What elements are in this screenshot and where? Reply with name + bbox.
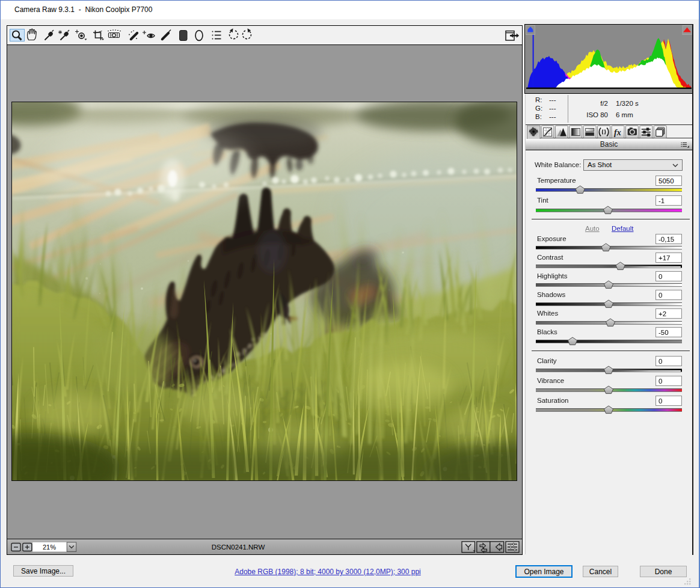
svg-text:21%: 21% <box>43 544 56 551</box>
svg-text:fx: fx <box>614 128 621 137</box>
svg-text:DSCN0241.NRW: DSCN0241.NRW <box>212 544 265 551</box>
